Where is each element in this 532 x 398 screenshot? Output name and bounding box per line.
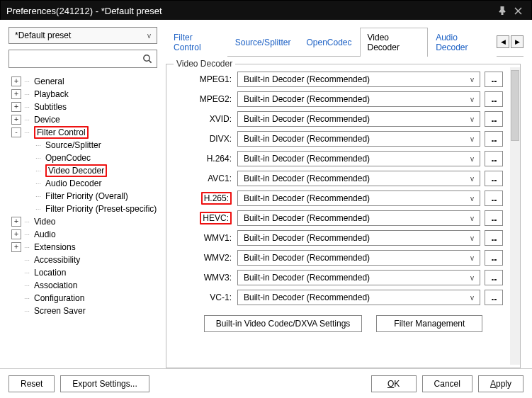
decoder-dropdown[interactable]: Built-in Decoder (Recommended)v [237, 72, 480, 87]
pin-icon[interactable] [494, 4, 510, 18]
chevron-down-icon: v [470, 155, 474, 163]
tree-item[interactable]: ⋯Screen Saver [9, 305, 157, 317]
decoder-more-button[interactable]: ... [485, 270, 503, 285]
chevron-down-icon: v [470, 115, 474, 123]
search-input[interactable] [13, 53, 141, 64]
tree-item[interactable]: +⋯Playback [9, 88, 157, 101]
search-box[interactable] [9, 50, 157, 68]
decoder-more-button[interactable]: ... [485, 230, 503, 246]
decoder-dropdown[interactable]: Built-in Decoder (Recommended)v [237, 290, 480, 305]
decoder-dropdown[interactable]: Built-in Decoder (Recommended)v [237, 210, 480, 226]
decoder-row: XVID:Built-in Decoder (Recommended)v... [171, 111, 503, 127]
tree-connector: ⋯ [24, 79, 34, 85]
apply-button[interactable]: Apply [478, 375, 523, 392]
tree-subitem[interactable]: ⋯Filter Priority (Overall) [9, 190, 157, 203]
decoder-value: Built-in Decoder (Recommended) [244, 273, 370, 283]
tab-audio-decoder[interactable]: Audio Decoder [428, 28, 497, 57]
decoder-more-button[interactable]: ... [485, 290, 503, 305]
codec-label: WMV3: [171, 273, 233, 283]
codec-label: XVID: [171, 114, 233, 124]
decoder-more-button[interactable]: ... [485, 111, 503, 127]
tree-connector: ⋯ [24, 283, 34, 289]
decoder-value: Built-in Decoder (Recommended) [244, 114, 370, 124]
decoder-dropdown[interactable]: Built-in Decoder (Recommended)v [237, 91, 480, 107]
decoder-dropdown[interactable]: Built-in Decoder (Recommended)v [237, 270, 480, 285]
decoder-dropdown[interactable]: Built-in Decoder (Recommended)v [237, 111, 480, 127]
tree-item[interactable]: +⋯Video [9, 215, 157, 228]
expand-icon[interactable]: + [11, 229, 21, 239]
preset-dropdown[interactable]: *Default preset v [9, 27, 157, 44]
tree-connector: ⋯ [24, 104, 34, 110]
codec-label: H.265: [171, 192, 233, 205]
tree-subitem[interactable]: ⋯Audio Decoder [9, 177, 157, 190]
tree-item[interactable]: +⋯General [9, 75, 157, 88]
dxva-settings-button[interactable]: Built-in Video Codec/DXVA Settings [204, 315, 363, 332]
tree-subitem[interactable]: ⋯OpenCodec [9, 152, 157, 164]
decoder-row: WMV1:Built-in Decoder (Recommended)v... [171, 230, 503, 246]
tree-item[interactable]: ⋯Configuration [9, 292, 157, 305]
tab-filter-control[interactable]: Filter Control [166, 28, 227, 57]
scrollbar[interactable] [510, 67, 520, 365]
close-icon[interactable] [510, 4, 526, 18]
expand-icon[interactable]: + [11, 76, 21, 86]
tree-item[interactable]: -⋯Filter Control [9, 126, 157, 139]
decoder-more-button[interactable]: ... [485, 151, 503, 166]
scrollbar-thumb[interactable] [511, 70, 519, 141]
tab-source-splitter[interactable]: Source/Splitter [227, 33, 299, 52]
tree-connector: ⋯ [24, 117, 34, 123]
decoder-dropdown[interactable]: Built-in Decoder (Recommended)v [237, 171, 480, 186]
expand-icon[interactable]: + [11, 242, 21, 252]
tree-item[interactable]: +⋯Device [9, 113, 157, 126]
tree-subitem[interactable]: ⋯Source/Splitter [9, 139, 157, 152]
tree-item[interactable]: ⋯Location [9, 266, 157, 279]
tree-item[interactable]: +⋯Extensions [9, 241, 157, 254]
codec-label: DIVX: [171, 134, 233, 144]
decoder-dropdown[interactable]: Built-in Decoder (Recommended)v [237, 151, 480, 166]
codec-label: VC-1: [171, 292, 233, 302]
decoder-value: Built-in Decoder (Recommended) [244, 253, 370, 263]
expand-icon[interactable]: + [11, 115, 21, 125]
decoder-dropdown[interactable]: Built-in Decoder (Recommended)v [237, 230, 480, 246]
tree-connector: ⋯ [24, 219, 34, 225]
export-settings-button[interactable]: Export Settings... [60, 375, 149, 392]
filter-management-button[interactable]: Filter Management [376, 315, 482, 332]
tree-item[interactable]: +⋯Audio [9, 228, 157, 241]
tree-item[interactable]: ⋯Association [9, 279, 157, 292]
decoder-more-button[interactable]: ... [485, 131, 503, 147]
nav-tree[interactable]: +⋯General+⋯Playback+⋯Subtitles+⋯Device-⋯… [9, 72, 157, 368]
tab-video-decoder[interactable]: Video Decoder [360, 28, 429, 57]
decoder-more-button[interactable]: ... [485, 72, 503, 87]
tab-scroll-left[interactable]: ◀ [497, 35, 509, 48]
decoder-more-button[interactable]: ... [485, 171, 503, 186]
search-icon[interactable] [141, 52, 154, 65]
decoder-row: WMV3:Built-in Decoder (Recommended)v... [171, 270, 503, 285]
decoder-dropdown[interactable]: Built-in Decoder (Recommended)v [237, 250, 480, 266]
chevron-down-icon: v [147, 32, 151, 40]
cancel-button[interactable]: Cancel [422, 375, 472, 392]
reset-button[interactable]: Reset [9, 375, 55, 392]
expand-icon[interactable]: + [11, 102, 21, 112]
tree-item[interactable]: ⋯Accessibility [9, 254, 157, 266]
codec-label: MPEG1: [171, 74, 233, 84]
decoder-dropdown[interactable]: Built-in Decoder (Recommended)v [237, 191, 480, 206]
decoder-more-button[interactable]: ... [485, 191, 503, 206]
tree-subitem-label: Filter Priority (Preset-specific) [45, 204, 157, 214]
tab-opencodec[interactable]: OpenCodec [298, 33, 359, 52]
tree-connector: ⋯ [35, 181, 45, 187]
decoder-more-button[interactable]: ... [485, 250, 503, 266]
expand-icon[interactable]: + [11, 217, 21, 227]
decoder-dropdown[interactable]: Built-in Decoder (Recommended)v [237, 131, 480, 147]
tree-subitem[interactable]: ⋯Filter Priority (Preset-specific) [9, 203, 157, 215]
footer: Reset Export Settings... OK Cancel Apply [0, 368, 532, 398]
decoder-more-button[interactable]: ... [485, 91, 503, 107]
ok-button[interactable]: OK [371, 375, 417, 392]
chevron-down-icon: v [470, 254, 474, 262]
tree-item[interactable]: +⋯Subtitles [9, 101, 157, 113]
tree-subitem[interactable]: ⋯Video Decoder [9, 164, 157, 177]
decoder-more-button[interactable]: ... [485, 210, 503, 226]
chevron-down-icon: v [470, 76, 474, 84]
video-decoder-group: Video Decoder MPEG1:Built-in Decoder (Re… [166, 64, 521, 368]
expand-icon[interactable]: + [11, 89, 21, 99]
collapse-icon[interactable]: - [11, 127, 21, 137]
tab-scroll-right[interactable]: ▶ [511, 35, 523, 48]
